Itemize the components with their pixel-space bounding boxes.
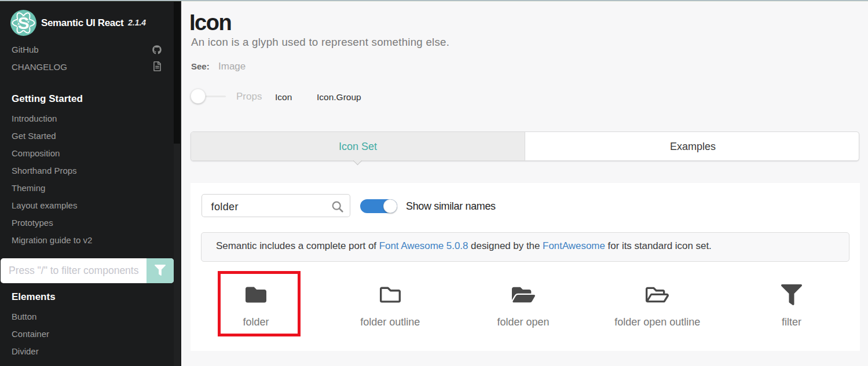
svg-text:S: S bbox=[17, 13, 29, 32]
